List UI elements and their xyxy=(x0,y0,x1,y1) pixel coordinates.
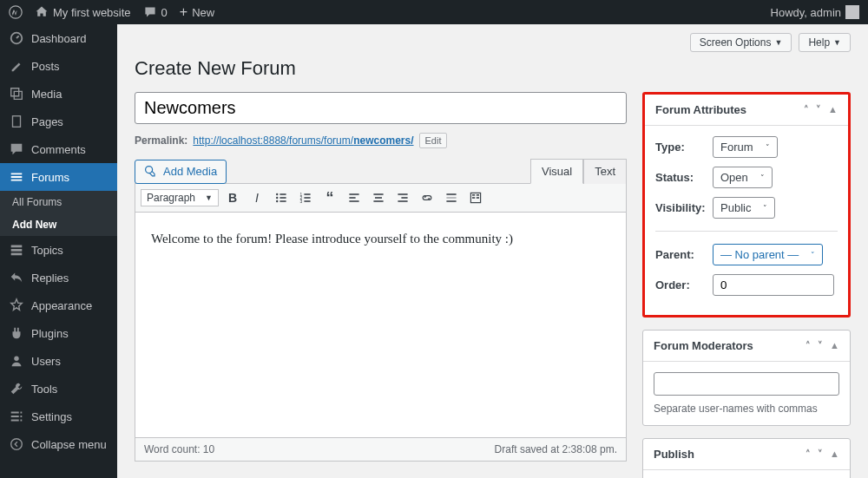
menu-topics[interactable]: Topics xyxy=(0,236,117,264)
move-down-icon[interactable]: ˅ xyxy=(818,449,823,460)
toggle-icon[interactable]: ▲ xyxy=(830,449,839,460)
menu-users[interactable]: Users xyxy=(0,347,117,375)
screen-options-button[interactable]: Screen Options▼ xyxy=(690,33,792,52)
chevron-down-icon: ˅ xyxy=(766,143,770,152)
submenu-all-forums[interactable]: All Forums xyxy=(0,191,117,213)
svg-rect-22 xyxy=(375,197,382,199)
move-up-icon[interactable]: ˄ xyxy=(806,449,811,460)
forum-attributes-title: Forum Attributes xyxy=(655,103,746,116)
submenu-forums: All Forums Add New xyxy=(0,191,117,236)
tab-visual[interactable]: Visual xyxy=(530,159,583,184)
svg-rect-25 xyxy=(401,197,407,199)
svg-rect-20 xyxy=(349,200,358,202)
chevron-down-icon: ˅ xyxy=(811,251,815,259)
permalink-url[interactable]: http://localhost:8888/forums/forum/newco… xyxy=(193,134,413,147)
visibility-label: Visibility: xyxy=(655,201,702,214)
menu-forums[interactable]: Forums xyxy=(0,163,117,191)
menu-replies[interactable]: Replies xyxy=(0,264,117,291)
svg-text:3: 3 xyxy=(300,200,303,204)
editor-toolbar: Paragraph▼ B I 123 “ xyxy=(135,183,627,213)
parent-label: Parent: xyxy=(655,248,702,261)
menu-media[interactable]: Media xyxy=(0,80,117,108)
comments-count: 0 xyxy=(161,6,168,19)
menu-posts[interactable]: Posts xyxy=(0,52,117,80)
italic-button[interactable]: I xyxy=(247,187,267,208)
new-label: New xyxy=(192,6,214,19)
move-down-icon[interactable]: ˅ xyxy=(816,104,821,115)
svg-rect-15 xyxy=(304,197,310,199)
chevron-down-icon: ▼ xyxy=(833,38,841,47)
svg-rect-28 xyxy=(446,197,456,199)
forum-moderators-box: Forum Moderators˄˅▲ Separate user-names … xyxy=(642,330,851,426)
svg-rect-2 xyxy=(13,116,21,128)
paragraph-select[interactable]: Paragraph▼ xyxy=(141,189,219,206)
read-more-button[interactable] xyxy=(441,187,462,208)
menu-appearance[interactable]: Appearance xyxy=(0,291,117,319)
visibility-select[interactable]: Public˅ xyxy=(713,197,775,219)
draft-saved-text: Draft saved at 2:38:08 pm. xyxy=(495,443,617,455)
move-up-icon[interactable]: ˄ xyxy=(806,340,811,351)
menu-settings[interactable]: Settings xyxy=(0,403,117,430)
svg-rect-27 xyxy=(446,193,456,195)
svg-rect-29 xyxy=(446,200,456,202)
page-title: Create New Forum xyxy=(135,57,851,80)
move-down-icon[interactable]: ˅ xyxy=(818,340,823,351)
order-input[interactable] xyxy=(713,274,834,296)
blockquote-button[interactable]: “ xyxy=(319,187,340,208)
menu-pages[interactable]: Pages xyxy=(0,108,117,135)
permalink-row: Permalink: http://localhost:8888/forums/… xyxy=(135,133,627,148)
parent-select[interactable]: — No parent —˅ xyxy=(713,244,823,265)
svg-rect-24 xyxy=(398,193,407,195)
bullet-list-button[interactable] xyxy=(271,187,292,208)
move-up-icon[interactable]: ˄ xyxy=(804,104,809,115)
svg-rect-17 xyxy=(304,200,310,202)
chevron-down-icon: ▼ xyxy=(205,193,213,202)
align-center-button[interactable] xyxy=(368,187,389,208)
svg-rect-13 xyxy=(304,193,310,195)
submenu-add-new[interactable]: Add New xyxy=(0,213,117,236)
permalink-edit-button[interactable]: Edit xyxy=(419,133,448,148)
collapse-menu[interactable]: Collapse menu xyxy=(0,430,117,458)
toolbar-toggle-button[interactable] xyxy=(465,187,486,208)
toggle-icon[interactable]: ▲ xyxy=(830,340,839,351)
toggle-icon[interactable]: ▲ xyxy=(828,104,838,115)
howdy-text: Howdy, admin xyxy=(771,6,841,19)
chevron-down-icon: ▼ xyxy=(774,38,782,47)
main-content: Screen Options▼ Help▼ Create New Forum P… xyxy=(117,24,868,478)
help-button[interactable]: Help▼ xyxy=(799,33,851,52)
numbered-list-button[interactable]: 123 xyxy=(295,187,316,208)
svg-rect-23 xyxy=(373,200,383,202)
moderators-input[interactable] xyxy=(654,372,839,396)
svg-rect-18 xyxy=(349,193,358,195)
link-button[interactable] xyxy=(417,187,437,208)
publish-box: Publish˄˅▲ Move to Trash Publish xyxy=(642,438,851,478)
menu-dashboard[interactable]: Dashboard xyxy=(0,24,117,52)
svg-rect-32 xyxy=(477,194,479,196)
divider xyxy=(655,231,838,232)
add-media-button[interactable]: Add Media xyxy=(135,160,227,184)
menu-comments[interactable]: Comments xyxy=(0,135,117,163)
align-left-button[interactable] xyxy=(344,187,365,208)
status-select[interactable]: Open˅ xyxy=(713,167,773,188)
editor-content[interactable]: Welcome to the forum! Please introduce y… xyxy=(135,213,627,438)
type-select[interactable]: Forum˅ xyxy=(713,136,778,158)
wordpress-logo-icon[interactable] xyxy=(9,5,23,19)
svg-rect-11 xyxy=(279,200,286,202)
svg-point-0 xyxy=(10,6,22,18)
svg-point-6 xyxy=(276,193,278,195)
comments-link[interactable]: 0 xyxy=(143,5,168,19)
menu-tools[interactable]: Tools xyxy=(0,375,117,403)
bold-button[interactable]: B xyxy=(222,187,243,208)
account-link[interactable]: Howdy, admin xyxy=(771,5,859,19)
site-link[interactable]: My first website xyxy=(35,5,131,19)
admin-toolbar: My first website 0 +New Howdy, admin xyxy=(0,0,868,24)
menu-plugins[interactable]: Plugins xyxy=(0,319,117,347)
new-link[interactable]: +New xyxy=(180,4,214,20)
forum-attributes-box: Forum Attributes˄˅▲ Type:Forum˅ Status:O… xyxy=(642,92,851,318)
type-label: Type: xyxy=(655,141,702,154)
post-title-input[interactable] xyxy=(135,92,627,124)
align-right-button[interactable] xyxy=(392,187,413,208)
svg-rect-9 xyxy=(279,197,286,199)
svg-point-5 xyxy=(146,166,153,173)
tab-text[interactable]: Text xyxy=(583,159,627,184)
